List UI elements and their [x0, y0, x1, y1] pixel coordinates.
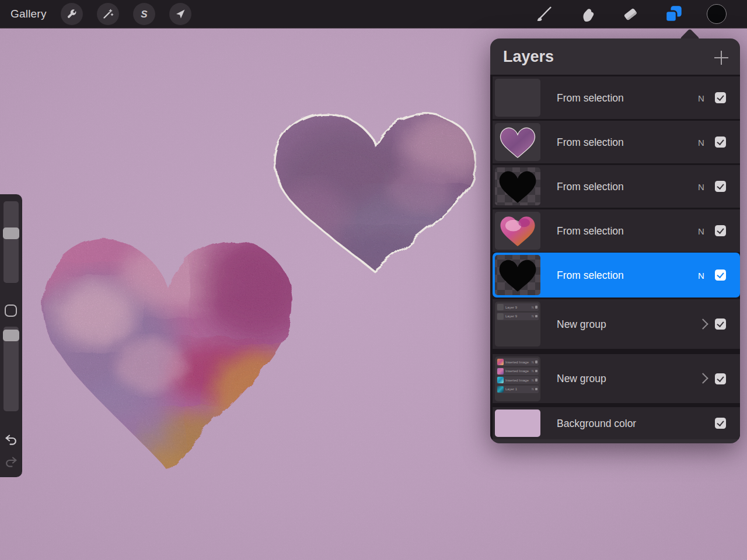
- wrench-icon: [66, 8, 78, 20]
- transform-arrow-icon: [174, 8, 186, 20]
- group-thumbnail[interactable]: Inserted Image N Inserted Image N Insert…: [495, 356, 540, 401]
- layer-row[interactable]: From selection N: [493, 165, 740, 208]
- brush-size-handle[interactable]: [3, 228, 19, 239]
- mini-blend-label: N: [532, 360, 534, 364]
- brush-tool-button[interactable]: [531, 1, 557, 27]
- group-name: New group: [557, 318, 606, 330]
- brush-icon: [535, 5, 553, 23]
- layers-list: From selection N From selection N: [490, 75, 740, 439]
- smudge-tool-button[interactable]: [574, 1, 600, 27]
- mini-layer-name: Inserted Image: [505, 369, 529, 373]
- blend-mode-button[interactable]: N: [698, 226, 704, 236]
- layer-thumbnail[interactable]: [495, 123, 540, 161]
- mini-blend-label: N: [532, 379, 534, 382]
- brush-sidebar: [0, 194, 22, 477]
- redo-button[interactable]: [4, 456, 18, 471]
- svg-text:S: S: [141, 9, 148, 20]
- mini-checkbox: [535, 388, 538, 391]
- layer-name: From selection: [557, 136, 624, 148]
- mini-blend-label: N: [532, 306, 534, 309]
- layers-tool-button[interactable]: [661, 1, 686, 27]
- layers-panel-title: Layers: [503, 48, 554, 66]
- layer-row-selected[interactable]: From selection N: [493, 253, 740, 298]
- smudge-icon: [578, 5, 596, 23]
- layer-name: From selection: [557, 180, 624, 192]
- eraser-icon: [622, 5, 639, 23]
- mini-checkbox: [535, 379, 538, 382]
- actions-button[interactable]: [61, 3, 83, 25]
- undo-button[interactable]: [4, 433, 18, 449]
- color-circle-icon: [707, 4, 727, 24]
- layers-panel: Layers From selection N: [490, 38, 740, 443]
- mini-layer-row: Layer 9 N: [497, 313, 539, 320]
- blend-mode-button[interactable]: N: [698, 270, 704, 280]
- background-color-swatch[interactable]: [495, 410, 540, 437]
- gallery-button[interactable]: Gallery: [11, 8, 47, 20]
- purple-heart-thumb: [500, 126, 536, 159]
- erase-tool-button[interactable]: [617, 1, 643, 27]
- layer-group-row[interactable]: Layer 9 N Layer 9 N New group: [493, 299, 740, 349]
- mini-layer-row: Inserted Image N: [497, 376, 539, 384]
- layer-row[interactable]: From selection N: [493, 121, 740, 163]
- blend-mode-button[interactable]: N: [698, 181, 704, 191]
- adjustments-button[interactable]: [97, 3, 119, 25]
- pink-heart-thumb: [500, 215, 536, 247]
- layer-visibility-checkbox[interactable]: [715, 418, 726, 429]
- layer-row[interactable]: From selection N: [493, 209, 740, 252]
- layer-group-row[interactable]: Inserted Image N Inserted Image N Insert…: [493, 354, 740, 403]
- layer-visibility-checkbox[interactable]: [715, 181, 726, 192]
- chevron-right-icon[interactable]: [697, 318, 708, 329]
- chevron-right-icon[interactable]: [697, 373, 708, 383]
- add-layer-button[interactable]: [714, 51, 728, 65]
- background-color-row[interactable]: Background color: [493, 407, 740, 439]
- layer-thumbnail[interactable]: [495, 79, 540, 117]
- selection-s-icon: S: [138, 8, 150, 20]
- layer-name: From selection: [557, 92, 624, 104]
- layer-name: From selection: [557, 225, 624, 237]
- blend-mode-button[interactable]: N: [698, 93, 704, 103]
- mini-layer-name: Inserted Image: [505, 360, 529, 364]
- layer-visibility-checkbox[interactable]: [715, 136, 726, 148]
- brush-opacity-handle[interactable]: [3, 330, 19, 341]
- transform-button[interactable]: [169, 3, 191, 25]
- brush-size-slider[interactable]: [4, 201, 19, 283]
- color-tool-button[interactable]: [704, 1, 729, 27]
- layers-icon: [664, 5, 683, 23]
- group-name: New group: [557, 373, 606, 385]
- mini-layer-row: Inserted Image N: [497, 368, 539, 375]
- blend-mode-button[interactable]: N: [698, 137, 704, 147]
- mini-layer-name: Layer 9: [505, 306, 517, 309]
- black-heart-thumb: [498, 169, 537, 204]
- mini-checkbox: [535, 315, 538, 318]
- mini-layer-name: Inserted Image: [505, 379, 529, 382]
- layer-visibility-checkbox[interactable]: [715, 318, 726, 330]
- top-toolbar: Gallery S: [0, 0, 747, 28]
- layer-visibility-checkbox[interactable]: [715, 270, 726, 281]
- mini-layer-thumb: [497, 359, 504, 365]
- mini-checkbox: [535, 306, 538, 309]
- mini-layer-row: Layer 1 N: [497, 386, 539, 393]
- selection-button[interactable]: S: [133, 3, 155, 25]
- modify-button[interactable]: [5, 304, 17, 317]
- mini-layer-thumb: [497, 377, 504, 383]
- group-thumbnail[interactable]: Layer 9 N Layer 9 N: [495, 302, 540, 346]
- mini-layer-thumb: [497, 313, 504, 320]
- layer-visibility-checkbox[interactable]: [715, 373, 726, 384]
- mini-layer-thumb: [497, 368, 504, 374]
- layer-visibility-checkbox[interactable]: [715, 92, 726, 103]
- mini-blend-label: N: [532, 314, 534, 318]
- mini-layer-row: Inserted Image N: [497, 358, 539, 366]
- layer-visibility-checkbox[interactable]: [715, 225, 726, 236]
- black-heart-thumb: [498, 258, 537, 293]
- mini-blend-label: N: [532, 369, 534, 373]
- mini-checkbox: [535, 370, 538, 373]
- layer-thumbnail[interactable]: [495, 212, 540, 250]
- layer-thumbnail[interactable]: [495, 255, 540, 295]
- layers-panel-header: Layers: [490, 38, 740, 75]
- layer-thumbnail[interactable]: [495, 167, 540, 205]
- mini-layer-row: Layer 9 N: [497, 303, 539, 311]
- layer-row[interactable]: From selection N: [493, 76, 740, 119]
- mini-layer-name: Layer 1: [505, 387, 517, 391]
- layer-name: From selection: [557, 269, 624, 281]
- mini-layer-name: Layer 9: [505, 314, 517, 318]
